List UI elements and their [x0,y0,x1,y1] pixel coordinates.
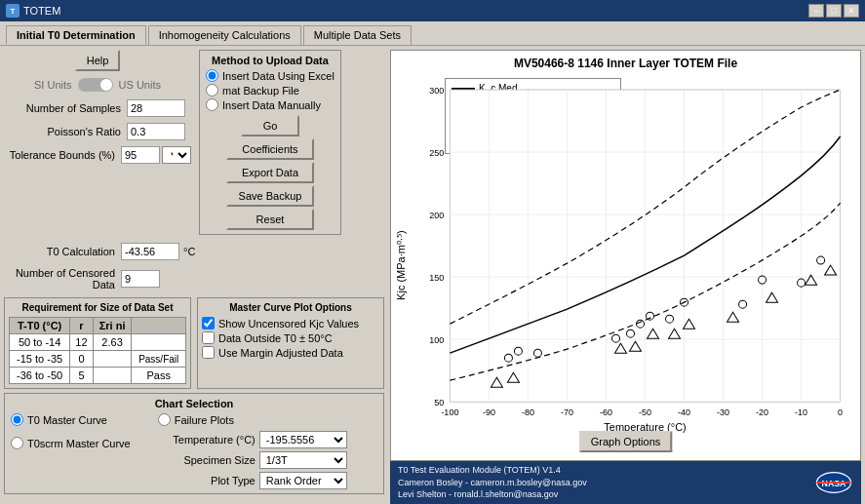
checkbox-use-margin[interactable] [202,346,215,359]
radio-t0-master[interactable] [11,413,23,426]
title-bar: T TOTEM – □ ✕ [0,0,865,21]
requirements-section: Requirement for Size of Data Set T-T0 (°… [4,297,191,389]
minimize-button[interactable]: – [808,4,824,18]
close-button[interactable]: ✕ [844,4,859,18]
chart-svg: Kjc (MPa·m⁰·⁵) Temperature (°C) [391,70,860,441]
table-row: -36 to -50 5 Pass [10,368,186,384]
svg-text:50: 50 [434,398,444,407]
svg-text:-30: -30 [717,407,729,417]
svg-text:-100: -100 [441,407,458,417]
t0-calc-input[interactable] [121,243,179,260]
tolerance-label: Tolerance Bounds (%) [4,149,121,161]
tab-inhomogeneity[interactable]: Inhomogeneity Calculations [148,25,301,45]
si-label: SI Units [34,79,72,91]
upload-title: Method to Upload Data [206,55,334,66]
footer-author2: Levi Shelton - ronald.l.shelton@nasa.gov [398,488,587,501]
radio-backup[interactable] [206,84,218,97]
col-sum: Σri ni [93,318,132,334]
col-r: r [70,318,94,334]
svg-text:250: 250 [429,148,444,158]
table-row: -15 to -35 0 Pass/Fail [10,351,186,368]
failure-plots-label: Failure Plots [175,414,234,426]
col-pf [132,318,186,334]
t0scrm-label: T0scrm Master Curve [27,438,131,449]
table-row: 50 to -14 12 2.63 [10,334,186,351]
plot-type-select[interactable]: Rank Order [259,472,347,489]
temp-select[interactable]: -195.5556 [259,431,347,448]
svg-text:-10: -10 [795,407,807,417]
master-curve-options: Master Curve Plot Options Show Uncensore… [197,297,384,389]
req-table: T-T0 (°C) r Σri ni 50 to -14 12 2.63 [9,317,186,384]
export-data-button[interactable]: Export Data [226,162,314,183]
checkbox-show-uncensored[interactable] [202,317,215,330]
num-samples-input[interactable] [127,99,185,117]
show-uncensored-label: Show Uncensored Kjc Values [218,318,359,330]
t0-unit: °C [183,246,195,257]
svg-text:-80: -80 [522,407,534,417]
app-icon: T [6,4,20,18]
help-button[interactable]: Help [75,50,121,71]
window-title: TOTEM [23,5,60,17]
coefficients-button[interactable]: Coefficients [226,138,314,160]
svg-text:Kjc (MPa·m⁰·⁵): Kjc (MPa·m⁰·⁵) [395,230,407,300]
t0-calc-label: T0 Calculation [4,246,121,257]
svg-text:-70: -70 [561,407,573,417]
tab-initial-t0[interactable]: Initial T0 Determination [6,25,146,45]
num-samples-label: Number of Samples [10,102,127,114]
poissons-input[interactable] [127,123,185,140]
go-button[interactable]: Go [241,115,299,136]
radio-excel[interactable] [206,69,218,82]
req-title: Requirement for Size of Data Set [9,302,186,313]
tab-bar: Initial T0 Determination Inhomogeneity C… [0,21,865,45]
radio-excel-label: Insert Data Using Excel [222,70,334,82]
radio-backup-label: mat Backup File [222,85,299,97]
maximize-button[interactable]: □ [826,4,842,18]
mco-title: Master Curve Plot Options [202,302,379,313]
svg-text:150: 150 [429,273,444,283]
save-backup-button[interactable]: Save Backup [226,185,314,207]
si-us-toggle[interactable] [78,78,113,92]
chart-sel-title: Chart Selection [11,398,377,409]
specimen-select[interactable]: 1/3T [259,451,347,469]
specimen-param-label: Specimen Size [158,454,256,466]
col-range: T-T0 (°C) [10,318,70,334]
tolerance-select[interactable]: ▼ [162,146,191,164]
reset-button[interactable]: Reset [226,209,314,230]
radio-failure-plots[interactable] [158,413,171,426]
svg-text:-90: -90 [483,407,495,417]
temp-param-label: Temperature (°C) [158,434,256,446]
svg-text:-60: -60 [600,407,612,417]
svg-text:-50: -50 [639,407,651,417]
checkbox-data-outside[interactable] [202,331,215,344]
num-censored-label: Number of Censored Data [4,267,121,291]
chart-area: MV50466-8 1146 Inner Layer TOTEM File K_… [390,50,861,461]
upload-section: Method to Upload Data Insert Data Using … [199,50,341,235]
use-margin-label: Use Margin Adjusted Data [218,347,343,359]
chart-selection: Chart Selection T0 Master Curve T0scrm M… [4,393,384,494]
radio-manual[interactable] [206,98,218,111]
t0-master-label: T0 Master Curve [27,414,107,426]
svg-text:100: 100 [429,335,444,345]
us-label: US Units [119,79,161,91]
nasa-logo: NASA [814,467,853,498]
radio-manual-label: Insert Data Manually [222,99,321,111]
svg-text:-40: -40 [678,407,690,417]
chart-title: MV50466-8 1146 Inner Layer TOTEM File [391,51,860,72]
plot-type-label: Plot Type [158,475,256,486]
svg-text:0: 0 [838,407,843,417]
footer-version: T0 Test Evaluation Module (TOTEM) V1.4 [398,464,587,477]
footer-author1: Cameron Bosley - cameron.m.bosley@nasa.g… [398,477,587,489]
footer: T0 Test Evaluation Module (TOTEM) V1.4 C… [390,461,861,504]
tolerance-input[interactable] [121,146,160,164]
svg-text:300: 300 [429,86,444,96]
radio-t0scrm[interactable] [11,437,23,449]
num-censored-input[interactable] [121,270,160,288]
data-outside-label: Data Outside T0 ± 50°C [218,332,333,344]
graph-options-button[interactable]: Graph Options [579,431,673,452]
poissons-label: Poisson's Ratio [10,126,127,137]
svg-text:200: 200 [429,211,444,220]
tab-multiple-data[interactable]: Multiple Data Sets [303,25,412,45]
svg-text:-20: -20 [756,407,768,417]
